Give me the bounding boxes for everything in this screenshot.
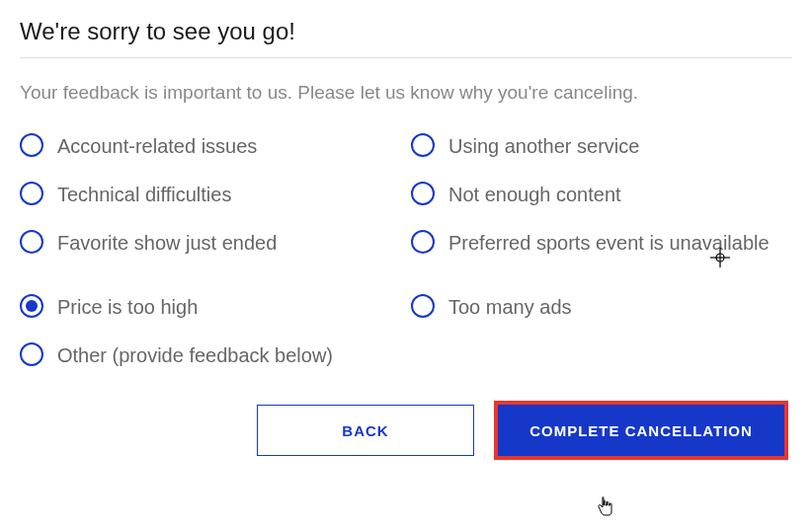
complete-cancellation-button[interactable]: COMPLETE CANCELLATION <box>498 405 784 456</box>
radio-icon <box>20 230 43 254</box>
option-label: Using another service <box>448 131 639 160</box>
option-price-high[interactable]: Price is too high <box>20 292 401 321</box>
option-label: Favorite show just ended <box>57 228 277 257</box>
option-label: Preferred sports event is unavailable <box>448 228 770 257</box>
radio-icon <box>20 133 43 157</box>
option-other[interactable]: Other (provide feedback below) <box>20 340 792 369</box>
radio-icon <box>20 342 43 366</box>
option-account-issues[interactable]: Account-related issues <box>20 131 401 160</box>
option-label: Price is too high <box>57 292 198 321</box>
option-label: Technical difficulties <box>57 180 231 208</box>
option-favorite-ended[interactable]: Favorite show just ended <box>20 228 401 257</box>
radio-icon <box>411 182 435 205</box>
option-technical[interactable]: Technical difficulties <box>20 180 401 208</box>
option-label: Too many ads <box>448 292 572 321</box>
option-sports-unavailable[interactable]: Preferred sports event is unavailable <box>411 228 792 257</box>
option-too-many-ads[interactable]: Too many ads <box>411 292 792 321</box>
back-button[interactable]: BACK <box>257 405 474 456</box>
radio-icon <box>411 133 435 157</box>
option-another-service[interactable]: Using another service <box>411 131 792 160</box>
feedback-prompt: Your feedback is important to us. Please… <box>20 82 792 104</box>
action-buttons: BACK COMPLETE CANCELLATION <box>20 405 792 456</box>
radio-icon <box>411 294 435 318</box>
option-label: Other (provide feedback below) <box>57 340 333 369</box>
page-title: We're sorry to see you go! <box>20 18 792 58</box>
radio-icon <box>20 182 43 205</box>
option-label: Not enough content <box>448 180 621 208</box>
cancel-reason-options: Account-related issues Using another ser… <box>20 131 792 369</box>
option-label: Account-related issues <box>57 131 257 160</box>
option-not-enough-content[interactable]: Not enough content <box>411 180 792 208</box>
radio-icon-selected <box>20 294 43 318</box>
cursor-pointer-icon <box>597 495 614 517</box>
radio-icon <box>411 230 435 254</box>
